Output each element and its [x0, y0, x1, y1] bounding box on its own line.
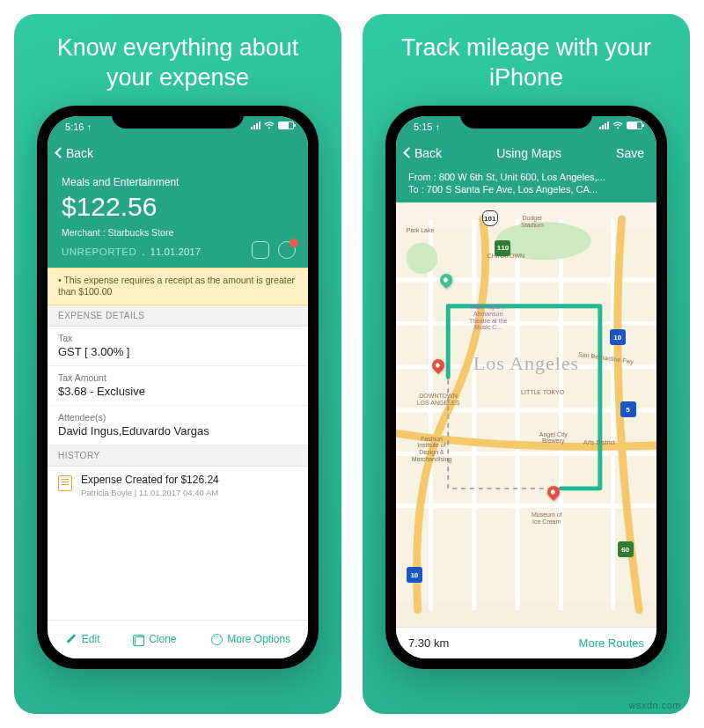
poi-taper: Mark Taper... Ahmanson Theatre at the Mu… [469, 304, 508, 331]
svg-point-1 [407, 242, 438, 274]
alert-icon[interactable] [278, 241, 296, 259]
back-button[interactable]: Back [56, 146, 93, 160]
signal-icon [599, 121, 609, 129]
signal-icon [251, 121, 260, 129]
route-to[interactable]: To : 700 S Santa Fe Ave, Los Angeles, CA… [408, 183, 644, 195]
watermark: wsxdn.com [628, 700, 681, 710]
shield-i10: 10 [610, 329, 626, 345]
poi-arts: Arts District [583, 439, 615, 446]
history-item[interactable]: Expense Created for $126.24 Patricia Boy… [48, 467, 308, 504]
wifi-icon [264, 121, 275, 129]
map-view[interactable]: Los Angeles Dodger Stadium Park Lake CHI… [396, 202, 656, 627]
promo-panel-mileage: Track mileage with your iPhone 5:15 ↑ Ba… [363, 14, 690, 714]
headline-right: Track mileage with your iPhone [380, 33, 672, 93]
row-value: David Ingus,Eduvardo Vargas [58, 424, 297, 438]
edit-button[interactable]: Edit [65, 633, 100, 645]
poi-downtown: DOWNTOWN LOS ANGELES [417, 393, 460, 406]
row-label: Tax [58, 333, 297, 343]
document-icon [58, 475, 72, 491]
expense-hero: Meals and Entertainment $122.56 Merchant… [48, 167, 308, 268]
chevron-left-icon [55, 147, 66, 158]
more-icon [211, 634, 223, 645]
statusbar: 5:15 ↑ [396, 116, 656, 141]
screen-expense: 5:16 ↑ Back Meals and Entertainment $122… [48, 116, 308, 658]
bottom-toolbar: Edit Clone More Options [48, 620, 308, 658]
navbar: Back [48, 141, 308, 167]
history-title: Expense Created for $126.24 [81, 474, 219, 486]
expense-status-date: 11.01.2017 [150, 246, 202, 257]
route-from[interactable]: From : 800 W 6th St, Unit 600, Los Angel… [408, 171, 644, 183]
row-tax[interactable]: Tax GST [ 3.00% ] [48, 327, 308, 366]
row-label: Attendee(s) [58, 412, 297, 423]
row-label: Tax Amount [58, 372, 297, 383]
poi-fashion: Fashion Institute of Design & Merchandis… [412, 436, 452, 463]
policy-alert: • This expense requires a receipt as the… [48, 268, 308, 305]
more-options-button[interactable]: More Options [211, 633, 290, 645]
back-button[interactable]: Back [405, 146, 442, 160]
clone-icon [135, 636, 144, 646]
map-footer: 7.30 km More Routes [396, 627, 656, 658]
status-separator: . [142, 246, 144, 257]
phone-frame-left: 5:16 ↑ Back Meals and Entertainment $122… [37, 106, 319, 669]
shield-i5: 5 [620, 401, 636, 417]
poi-museum: Museum of Ice Cream [532, 511, 562, 525]
status-right [599, 121, 642, 129]
shield-ca-60: 60 [618, 541, 634, 557]
promo-panel-expense: Know everything about your expense 5:16 … [14, 14, 341, 714]
route-addresses: From : 800 W 6th St, Unit 600, Los Angel… [396, 167, 656, 202]
expense-status: UNREPORTED [62, 246, 136, 257]
poi-dodger: Dodger Stadium [521, 215, 544, 228]
status-time: 5:15 ↑ [414, 121, 440, 132]
save-button[interactable]: Save [616, 146, 644, 160]
more-routes-button[interactable]: More Routes [579, 636, 644, 650]
clone-button[interactable]: Clone [135, 633, 176, 645]
row-attendees[interactable]: Attendee(s) David Ingus,Eduvardo Vargas [48, 406, 308, 445]
headline-left: Know everything about your expense [32, 33, 324, 93]
expense-merchant: Merchant : Starbucks Store [62, 227, 294, 238]
battery-icon [278, 121, 294, 129]
nav-title: Using Maps [496, 146, 561, 160]
shield-us-101: 101 [482, 210, 498, 226]
route-distance: 7.30 km [408, 636, 449, 650]
section-header-details: EXPENSE DETAILS [48, 305, 308, 327]
row-value: GST [ 3.00% ] [58, 345, 297, 358]
map-svg [396, 202, 656, 627]
shield-i10b: 10 [407, 567, 422, 583]
status-right [251, 121, 294, 129]
map-city-label: Los Angeles [473, 352, 579, 375]
poi-angel: Angel City Brewery [539, 431, 568, 445]
pencil-icon [65, 633, 77, 645]
phone-frame-right: 5:15 ↑ Back Using Maps Save From : 800 W… [385, 106, 667, 669]
screen-map: 5:15 ↑ Back Using Maps Save From : 800 W… [396, 116, 656, 658]
expense-category: Meals and Entertainment [62, 176, 294, 188]
shield-ca-110: 110 [495, 240, 510, 256]
status-time: 5:16 ↑ [65, 121, 92, 132]
row-value: $3.68 - Exclusive [58, 385, 297, 398]
row-tax-amount[interactable]: Tax Amount $3.68 - Exclusive [48, 366, 308, 406]
history-sub: Patricia Boyle | 11.01.2017 04:40 AM [81, 488, 219, 497]
wifi-icon [612, 121, 623, 129]
expense-amount: $122.56 [62, 192, 294, 222]
navbar: Back Using Maps Save [396, 141, 656, 167]
attach-receipt-icon[interactable] [252, 241, 269, 259]
statusbar: 5:16 ↑ [48, 116, 308, 141]
poi-little-tokyo: LITTLE TOKYO [521, 389, 564, 396]
chevron-left-icon [403, 147, 414, 158]
poi-park: Park Lake [407, 227, 435, 234]
section-header-history: HISTORY [48, 445, 308, 467]
battery-icon [627, 121, 642, 129]
